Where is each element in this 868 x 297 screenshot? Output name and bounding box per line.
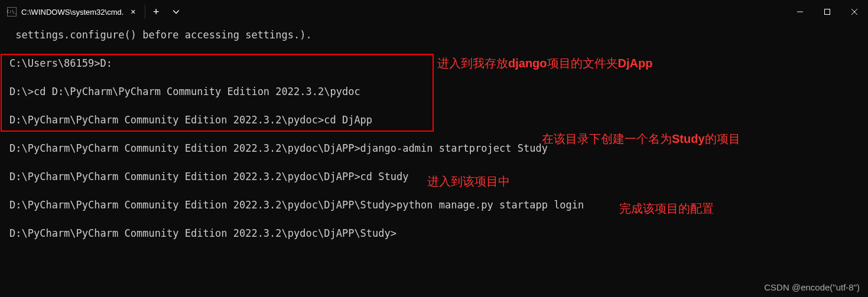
maximize-button[interactable] <box>814 0 841 24</box>
terminal-line: settings.configure() before accessing se… <box>9 28 859 43</box>
annotation-text-1: 进入到我存放django项目的文件夹DjApp <box>437 56 652 71</box>
terminal-line <box>9 43 859 57</box>
terminal-line <box>9 213 859 227</box>
terminal-line: C:\Users\86159>D: <box>9 57 859 71</box>
svg-rect-1 <box>825 9 830 15</box>
tab-title-text: C:\WINDOWS\system32\cmd. <box>21 8 123 17</box>
terminal-tab[interactable]: C:\WINDOWS\system32\cmd. × <box>0 0 145 24</box>
tab-dropdown-button[interactable] <box>167 0 186 24</box>
new-tab-button[interactable]: + <box>145 0 167 24</box>
window-controls <box>786 0 868 24</box>
annotation-text-4: 完成该项目的配置 <box>619 201 714 217</box>
watermark-text: CSDN @encode("utf-8") <box>764 282 860 292</box>
close-window-button[interactable] <box>841 0 868 24</box>
terminal-line <box>9 71 859 85</box>
terminal-line <box>9 156 859 170</box>
tab-close-button[interactable]: × <box>128 7 138 17</box>
annotation-text-2: 在该目录下创建一个名为Study的项目 <box>542 131 740 147</box>
cmd-icon <box>7 7 17 17</box>
terminal-line: D:\PyCharm\PyCharm Community Edition 202… <box>9 198 859 213</box>
titlebar-drag-area[interactable] <box>186 0 786 24</box>
window-titlebar: C:\WINDOWS\system32\cmd. × + <box>0 0 868 24</box>
minimize-button[interactable] <box>786 0 814 24</box>
annotation-text-3: 进入到该项目中 <box>427 174 510 190</box>
terminal-line: D:\PyCharm\PyCharm Community Edition 202… <box>9 113 859 128</box>
terminal-line <box>9 99 859 113</box>
terminal-line: D:\>cd D:\PyCharm\PyCharm Community Edit… <box>9 85 859 99</box>
terminal-line: D:\PyCharm\PyCharm Community Edition 202… <box>9 227 859 241</box>
